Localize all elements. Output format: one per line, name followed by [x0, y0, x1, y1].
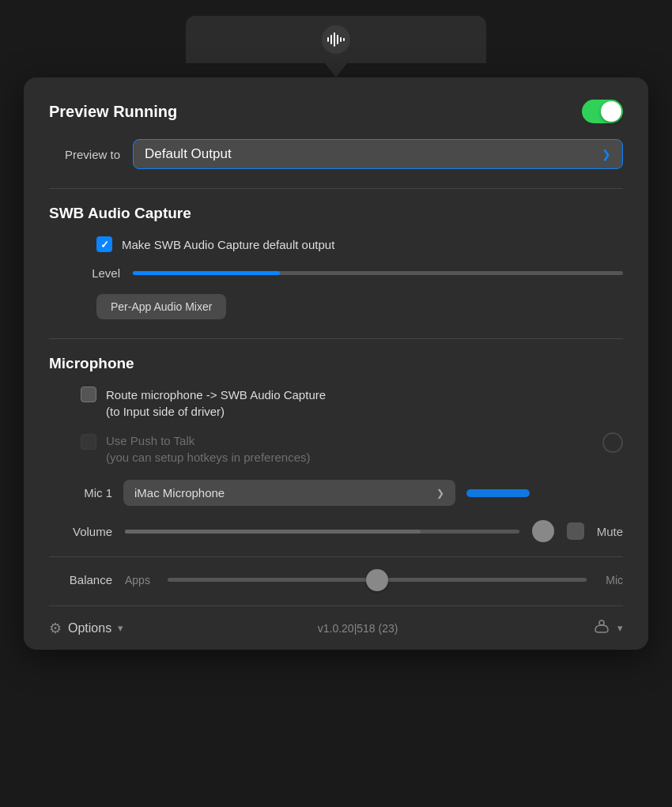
level-slider-fill — [133, 271, 280, 275]
ptt-radio-button — [602, 432, 623, 453]
mic1-label: Mic 1 — [49, 486, 112, 500]
balance-apps-label: Apps — [125, 574, 155, 586]
make-default-label: Make SWB Audio Capture default output — [122, 238, 334, 251]
balance-label: Balance — [49, 573, 112, 586]
svg-rect-2 — [334, 32, 335, 47]
level-label: Level — [49, 266, 120, 280]
route-mic-line1: Route microphone -> SWB Audio Capture — [106, 387, 326, 403]
ptt-line2: (you can setup hotkeys in preferences) — [106, 449, 593, 466]
route-mic-line2: (to Input side of driver) — [106, 403, 326, 420]
ptt-line1: Use Push to Talk — [106, 432, 593, 449]
level-row: Level — [49, 266, 623, 280]
push-to-talk-row: Use Push to Talk (you can setup hotkeys … — [81, 432, 623, 466]
mic1-level-indicator — [466, 489, 530, 497]
mic1-select[interactable]: iMac Microphone ❯ — [123, 480, 455, 506]
ptt-content: Use Push to Talk (you can setup hotkeys … — [106, 432, 593, 466]
options-group: ⚙ Options ▾ — [49, 620, 123, 637]
svg-rect-3 — [337, 35, 338, 44]
mic1-chevron-icon: ❯ — [436, 488, 444, 499]
mute-label: Mute — [597, 525, 623, 538]
preview-to-selected-value: Default Output — [145, 146, 232, 162]
svg-rect-4 — [340, 37, 342, 42]
top-bar — [186, 16, 486, 63]
route-mic-label: Route microphone -> SWB Audio Capture (t… — [106, 387, 326, 420]
footer-right-group: ▾ — [592, 619, 623, 637]
preview-to-row: Preview to Default Output ❯ — [49, 139, 623, 169]
footer-right-chevron-icon[interactable]: ▾ — [617, 622, 623, 634]
volume-label: Volume — [49, 525, 112, 538]
ptt-checkbox — [81, 434, 96, 450]
gear-icon: ⚙ — [49, 620, 62, 637]
swb-section: SWB Audio Capture Make SWB Audio Capture… — [49, 205, 623, 319]
divider-1 — [49, 188, 623, 189]
divider-3 — [49, 556, 623, 557]
mic1-selected-value: iMac Microphone — [134, 486, 225, 500]
mixer-btn-row: Per-App Audio Mixer — [96, 294, 623, 319]
svg-point-6 — [599, 620, 604, 625]
mic1-row: Mic 1 iMac Microphone ❯ — [49, 480, 623, 506]
preview-running-toggle[interactable] — [582, 100, 623, 123]
balance-row: Balance Apps Mic — [49, 573, 623, 605]
share-icon[interactable] — [592, 619, 611, 637]
swb-title: SWB Audio Capture — [49, 205, 623, 222]
preview-running-title: Preview Running — [49, 103, 177, 121]
mute-checkbox[interactable] — [567, 522, 584, 540]
waveform-icon — [322, 25, 350, 54]
volume-row: Volume Mute — [49, 520, 623, 542]
balance-knob — [366, 569, 388, 591]
options-chevron-icon[interactable]: ▾ — [118, 622, 123, 634]
route-mic-row: Route microphone -> SWB Audio Capture (t… — [81, 387, 623, 420]
make-default-row: Make SWB Audio Capture default output — [96, 236, 623, 252]
route-mic-checkbox[interactable] — [81, 387, 96, 402]
footer: ⚙ Options ▾ v1.0.20|518 (23) ▾ — [49, 605, 623, 650]
microphone-title: Microphone — [49, 355, 623, 372]
volume-knob[interactable] — [532, 520, 554, 542]
options-label[interactable]: Options — [68, 621, 111, 635]
preview-to-select[interactable]: Default Output ❯ — [133, 139, 623, 169]
divider-2 — [49, 338, 623, 339]
dropdown-arrow — [325, 63, 347, 77]
svg-rect-5 — [343, 38, 345, 41]
preview-to-chevron-icon: ❯ — [602, 148, 611, 160]
level-slider[interactable] — [133, 271, 623, 275]
preview-running-row: Preview Running — [49, 100, 623, 123]
svg-rect-0 — [327, 37, 329, 42]
make-default-checkbox[interactable] — [96, 236, 112, 252]
microphone-section: Microphone Route microphone -> SWB Audio… — [49, 355, 623, 605]
preview-to-label: Preview to — [49, 148, 120, 161]
toggle-knob — [601, 101, 621, 122]
version-text: v1.0.20|518 (23) — [318, 622, 398, 635]
volume-slider[interactable] — [125, 530, 519, 534]
per-app-mixer-button[interactable]: Per-App Audio Mixer — [96, 294, 226, 319]
main-panel: Preview Running Preview to Default Outpu… — [24, 77, 648, 650]
volume-slider-fill — [125, 530, 421, 534]
balance-slider[interactable] — [168, 578, 587, 582]
svg-rect-1 — [330, 35, 332, 44]
balance-mic-label: Mic — [599, 574, 623, 586]
app-container: Preview Running Preview to Default Outpu… — [0, 0, 672, 807]
